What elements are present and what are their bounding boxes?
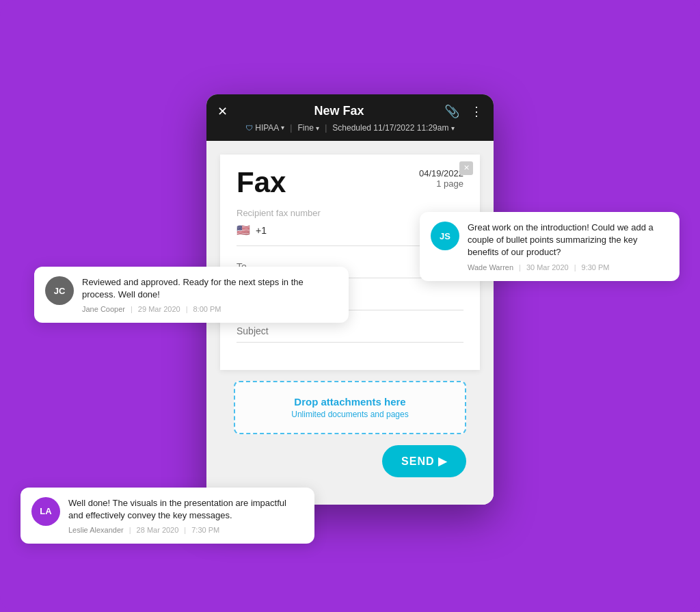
- country-code: +1: [256, 225, 267, 236]
- fax-header-row: Fax 04/19/2022 1 page: [237, 168, 463, 197]
- drop-zone[interactable]: Drop attachments here Unlimited document…: [234, 381, 466, 434]
- modal-subtitle: 🛡 HIPAA ▾ | Fine ▾ | Scheduled 11/17/202…: [217, 123, 483, 133]
- avatar-js: JS: [431, 222, 459, 250]
- hipaa-label: HIPAA: [255, 123, 279, 133]
- subject-field[interactable]: [237, 321, 463, 343]
- fax-date: 04/19/2022: [419, 168, 463, 178]
- avatar-la: LA: [31, 497, 60, 526]
- comment-meta-js: Wade Warren | 30 Mar 2020 | 9:30 PM: [468, 263, 669, 271]
- schedule-dropdown-arrow: ▾: [451, 124, 455, 132]
- modal-header-top: ✕ New Fax 📎 ⋮: [217, 104, 483, 119]
- modal-header-icons: 📎 ⋮: [444, 104, 483, 119]
- comment-text-jc: Reviewed and approved. Ready for the nex…: [82, 276, 338, 301]
- send-button[interactable]: SEND ▶: [382, 445, 466, 477]
- comment-time-la: 7:30 PM: [191, 526, 219, 534]
- modal-header: ✕ New Fax 📎 ⋮ 🛡 HIPAA ▾ | Fine ▾ |: [206, 94, 494, 141]
- quality-dropdown[interactable]: Fine ▾: [297, 123, 319, 133]
- comment-time-js: 9:30 PM: [582, 263, 610, 271]
- comment-body-la: Well done! The visuals in the presentati…: [68, 497, 304, 534]
- quality-dropdown-arrow: ▾: [316, 124, 319, 132]
- drop-zone-subtitle: Unlimited documents and pages: [249, 410, 451, 419]
- schedule-label: Scheduled 11/17/2022 11:29am: [332, 123, 448, 133]
- fax-title: Fax: [237, 168, 286, 197]
- avatar-jc: JC: [45, 276, 74, 305]
- comment-date-js: 30 Mar 2020: [526, 263, 569, 271]
- comment-author-la: Leslie Alexander: [68, 526, 124, 534]
- country-flag: 🇺🇸: [237, 224, 250, 237]
- attachment-icon[interactable]: 📎: [444, 104, 459, 119]
- comment-date-la: 28 Mar 2020: [137, 526, 179, 534]
- comment-author-js: Wade Warren: [468, 263, 513, 271]
- more-options-icon[interactable]: ⋮: [470, 104, 483, 119]
- comment-text-js: Great work on the introduction! Could we…: [468, 222, 669, 259]
- comment-meta-la: Leslie Alexander | 28 Mar 2020 | 7:30 PM: [68, 526, 304, 534]
- fax-sheet-close-button[interactable]: ✕: [459, 161, 473, 175]
- shield-icon: 🛡: [245, 124, 253, 132]
- comment-text-la: Well done! The visuals in the presentati…: [68, 497, 304, 522]
- fax-date-info: 04/19/2022 1 page: [419, 168, 463, 189]
- hipaa-dropdown-arrow: ▾: [281, 124, 284, 131]
- modal-close-button[interactable]: ✕: [217, 104, 234, 119]
- fax-pages: 1 page: [419, 178, 463, 189]
- comment-meta-jc: Jane Cooper | 29 Mar 2020 | 8:00 PM: [82, 305, 338, 313]
- hipaa-badge[interactable]: 🛡 HIPAA ▾: [245, 123, 284, 133]
- schedule-dropdown[interactable]: Scheduled 11/17/2022 11:29am ▾: [332, 123, 454, 133]
- comment-author-jc: Jane Cooper: [82, 305, 125, 313]
- background: JC Reviewed and approved. Ready for the …: [0, 0, 700, 612]
- comment-card-js: JS Great work on the introduction! Could…: [420, 212, 679, 281]
- comment-card-la: LA Well done! The visuals in the present…: [21, 488, 314, 544]
- comment-time-jc: 8:00 PM: [193, 305, 221, 313]
- comment-date-jc: 29 Mar 2020: [138, 305, 180, 313]
- modal-title: New Fax: [234, 104, 444, 118]
- comment-body-jc: Reviewed and approved. Ready for the nex…: [82, 276, 338, 313]
- comment-card-jc: JC Reviewed and approved. Ready for the …: [34, 267, 349, 323]
- drop-zone-title: Drop attachments here: [249, 396, 451, 408]
- quality-label: Fine: [297, 123, 313, 133]
- comment-body-js: Great work on the introduction! Could we…: [468, 222, 669, 271]
- send-button-wrapper: SEND ▶: [220, 445, 480, 491]
